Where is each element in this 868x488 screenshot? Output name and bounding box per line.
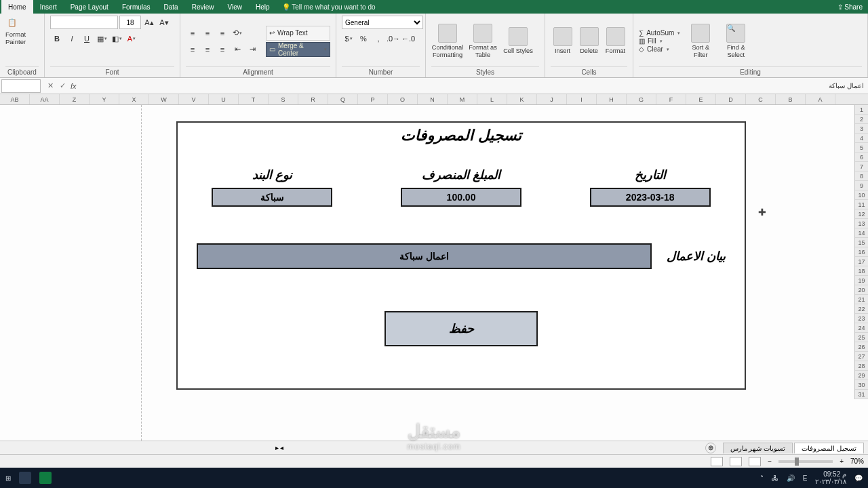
page-layout-view-button[interactable] [730, 457, 742, 466]
column-header[interactable]: Z [60, 94, 90, 104]
copy-button[interactable]: 📋 [5, 16, 19, 29]
zoom-slider[interactable] [778, 460, 833, 463]
font-size-input[interactable] [119, 16, 141, 29]
accounting-format-button[interactable]: $▾ [342, 32, 355, 45]
number-format-select[interactable]: General [342, 16, 423, 29]
row-header[interactable]: 4 [855, 134, 868, 143]
tab-home[interactable]: Home [1, 0, 33, 14]
row-header[interactable]: 19 [855, 276, 868, 285]
sheet-nav-next-icon[interactable]: ▸ [275, 444, 279, 451]
column-header[interactable]: W [149, 94, 179, 104]
row-header[interactable]: 7 [855, 162, 868, 171]
row-header[interactable]: 12 [855, 209, 868, 219]
column-header[interactable]: E [686, 94, 716, 104]
tray-chevron-icon[interactable]: ˄ [760, 474, 764, 482]
cancel-formula-icon[interactable]: ✕ [45, 81, 56, 90]
row-header[interactable]: 31 [855, 390, 868, 399]
taskbar-clock[interactable]: 09:52 م ٢٠٢٣/٠٣/١٨ [815, 470, 846, 485]
insert-cells-button[interactable]: Insert [551, 20, 574, 62]
volume-icon[interactable]: 🔊 [787, 474, 795, 482]
row-header[interactable]: 2 [855, 115, 868, 124]
cell-styles-button[interactable]: Cell Styles [502, 20, 534, 62]
row-header[interactable]: 29 [855, 371, 868, 380]
excel-taskbar-icon[interactable] [39, 472, 52, 484]
column-header[interactable]: B [776, 94, 806, 104]
comma-button[interactable]: , [372, 32, 385, 45]
new-sheet-button[interactable]: ⊕ [705, 443, 716, 453]
delete-cells-button[interactable]: Delete [577, 20, 601, 62]
column-header[interactable]: H [597, 94, 627, 104]
underline-button[interactable]: U [80, 32, 94, 45]
fill-color-button[interactable]: ◧▾ [110, 32, 123, 45]
tab-formulas[interactable]: Formulas [115, 0, 157, 14]
column-header[interactable]: AB [0, 94, 30, 104]
row-headers[interactable]: 1234567891011121314151617181920212223242… [854, 105, 868, 399]
row-header[interactable]: 5 [855, 143, 868, 152]
align-bottom-button[interactable]: ≡ [216, 26, 229, 40]
sort-filter-button[interactable]: Sort & Filter [686, 20, 715, 62]
column-headers[interactable]: ABAAZYXWVUTSRQPONMLKJIHGFEDCBA [0, 94, 868, 105]
decrease-indent-button[interactable]: ⇤ [231, 43, 244, 56]
row-header[interactable]: 9 [855, 181, 868, 190]
enter-formula-icon[interactable]: ✓ [57, 81, 68, 90]
column-header[interactable]: G [627, 94, 656, 104]
page-break-view-button[interactable] [749, 457, 761, 466]
task-view-icon[interactable]: ⊞ [5, 474, 11, 482]
sheet-tab-other[interactable]: تسويات شهر مارس [723, 443, 793, 453]
row-header[interactable]: 25 [855, 333, 868, 342]
column-header[interactable]: Y [90, 94, 119, 104]
fx-icon[interactable]: fx [71, 82, 77, 90]
column-header[interactable]: A [806, 94, 835, 104]
clear-button[interactable]: ◇ Clear▾ [639, 45, 680, 53]
share-button[interactable]: ⇪ Share [837, 3, 863, 11]
worksheet-area[interactable]: تسجيل المصروفات التاريخ 2023-03-18 المبل… [0, 105, 868, 441]
zoom-level[interactable]: 70% [850, 458, 864, 465]
type-input[interactable]: سباكة [212, 188, 332, 207]
column-header[interactable]: S [269, 94, 298, 104]
column-header[interactable]: L [477, 94, 507, 104]
column-header[interactable]: K [507, 94, 537, 104]
column-header[interactable]: O [388, 94, 418, 104]
column-header[interactable]: I [567, 94, 597, 104]
row-header[interactable]: 8 [855, 171, 868, 181]
column-header[interactable]: X [119, 94, 149, 104]
wrap-text-button[interactable]: ↩ Wrap Text [266, 26, 330, 41]
save-button[interactable]: حفظ [384, 311, 538, 346]
amount-input[interactable]: 100.00 [401, 188, 521, 207]
column-header[interactable]: C [746, 94, 776, 104]
tab-review[interactable]: Review [185, 0, 221, 14]
row-header[interactable]: 14 [855, 228, 868, 238]
row-header[interactable]: 22 [855, 304, 868, 314]
format-painter-button[interactable]: Format Painter [5, 30, 39, 45]
language-indicator[interactable]: E [803, 474, 808, 482]
tab-view[interactable]: View [220, 0, 249, 14]
autosum-button[interactable]: ∑ AutoSum▾ [639, 29, 680, 37]
row-header[interactable]: 30 [855, 380, 868, 390]
align-center-button[interactable]: ≡ [201, 43, 214, 56]
column-header[interactable]: F [656, 94, 686, 104]
zoom-in-button[interactable]: + [840, 458, 844, 465]
tab-help[interactable]: Help [249, 0, 277, 14]
row-header[interactable]: 23 [855, 314, 868, 323]
column-header[interactable]: T [239, 94, 269, 104]
notifications-icon[interactable]: 💬 [854, 474, 863, 482]
row-header[interactable]: 1 [855, 105, 868, 115]
align-top-button[interactable]: ≡ [186, 26, 199, 40]
file-explorer-icon[interactable] [19, 472, 31, 484]
conditional-formatting-button[interactable]: Conditional Formatting [431, 20, 464, 62]
row-header[interactable]: 15 [855, 238, 868, 247]
column-header[interactable]: N [418, 94, 448, 104]
column-header[interactable]: U [209, 94, 239, 104]
format-cells-button[interactable]: Format [604, 20, 627, 62]
column-header[interactable]: R [298, 94, 328, 104]
increase-indent-button[interactable]: ⇥ [245, 43, 259, 56]
row-header[interactable]: 13 [855, 219, 868, 228]
align-left-button[interactable]: ≡ [186, 43, 199, 56]
row-header[interactable]: 6 [855, 152, 868, 162]
column-header[interactable]: Q [328, 94, 358, 104]
name-box[interactable] [1, 79, 41, 93]
sheet-tab-active[interactable]: تسجيل المصروفات [794, 443, 864, 453]
column-header[interactable]: D [716, 94, 746, 104]
row-header[interactable]: 21 [855, 295, 868, 304]
row-header[interactable]: 10 [855, 190, 868, 200]
